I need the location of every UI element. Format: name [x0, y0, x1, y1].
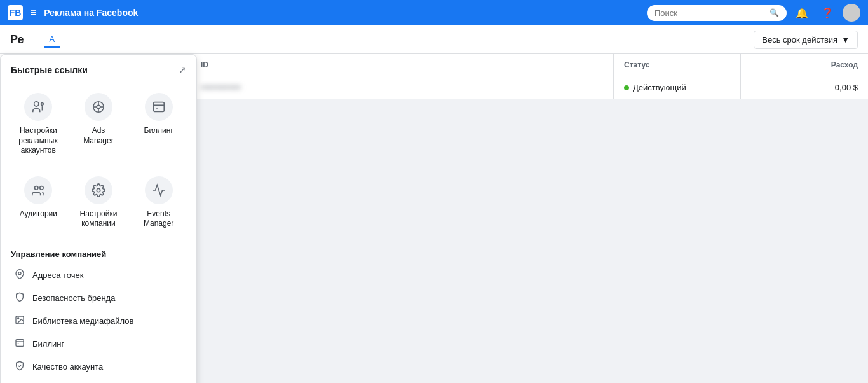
company-settings-icon	[85, 176, 112, 204]
quick-links-title: Быстрые ссылки	[11, 65, 88, 75]
company-management-title: Управление компанией	[11, 249, 186, 259]
menu-item-billing-label: Биллинг	[32, 339, 64, 349]
date-range-button[interactable]: Весь срок действия ▼	[754, 31, 858, 49]
quick-link-company-settings[interactable]: Настройки компании	[71, 169, 126, 237]
ad-settings-label: Настройки рекламных аккаунтов	[16, 126, 61, 156]
page-title: Ре	[10, 33, 34, 46]
notifications-icon[interactable]: 🔔	[792, 4, 812, 22]
events-manager-label: Events Manager	[136, 209, 181, 229]
addresses-icon	[13, 269, 26, 282]
menu-item-brand-safety-label: Безопасность бренда	[32, 293, 115, 303]
hamburger-icon[interactable]: ≡	[28, 4, 39, 21]
svg-point-16	[18, 318, 19, 319]
audiences-icon	[24, 176, 52, 204]
top-nav-right: 🔍 🔔 ❓	[647, 4, 860, 22]
menu-item-account-quality-label: Качество аккаунта	[32, 362, 103, 372]
chevron-down-icon: ▼	[841, 35, 850, 45]
company-management-list: Адреса точек Безопасность бренда Библ	[11, 264, 186, 379]
svg-point-0	[34, 102, 39, 106]
row-id-value: •••••••••••••••	[201, 83, 241, 92]
svg-point-11	[35, 186, 39, 190]
quick-links-grid: Настройки рекламных аккаунтов Ads Manage…	[11, 85, 186, 237]
quick-link-ads-manager[interactable]: Ads Manager	[71, 85, 126, 164]
quick-link-billing[interactable]: Биллинг	[131, 85, 186, 164]
top-navigation: FB ≡ Реклама на Facebook 🔍 🔔 ❓	[0, 0, 868, 25]
sub-nav-right: Весь срок действия ▼	[754, 31, 858, 49]
quick-link-audiences[interactable]: Аудитории	[11, 169, 66, 237]
help-icon[interactable]: ❓	[817, 4, 837, 22]
svg-point-13	[97, 188, 100, 192]
dropdown-header: Быстрые ссылки ⤢	[11, 65, 186, 75]
top-nav-left: FB ≡ Реклама на Facebook	[8, 4, 647, 21]
ad-settings-icon	[24, 93, 52, 121]
status-dot-active	[624, 85, 629, 90]
menu-item-brand-safety[interactable]: Безопасность бренда	[11, 287, 186, 310]
nav-title: Реклама на Facebook	[44, 8, 138, 18]
search-box[interactable]: 🔍	[647, 5, 787, 21]
menu-item-account-quality[interactable]: Качество аккаунта	[11, 356, 186, 379]
search-input[interactable]	[654, 8, 770, 18]
tab-accounts[interactable]: А	[44, 32, 60, 48]
company-settings-label: Настройки компании	[76, 209, 121, 229]
status-label: Действующий	[633, 83, 686, 92]
col-status: Статус	[614, 54, 741, 76]
svg-point-14	[18, 272, 21, 275]
brand-safety-icon	[13, 292, 26, 305]
sub-navigation: Ре А Весь срок действия ▼ Быстрые ссылки…	[0, 25, 868, 54]
menu-item-addresses[interactable]: Адреса точек	[11, 264, 186, 287]
billing2-icon	[13, 338, 26, 351]
menu-item-media-library-label: Библиотека медиафайлов	[32, 316, 133, 326]
row-id: •••••••••••••••	[191, 76, 614, 99]
avatar[interactable]	[843, 4, 860, 22]
svg-point-1	[41, 103, 44, 106]
menu-item-media-library[interactable]: Библиотека медиафайлов	[11, 310, 186, 333]
svg-point-12	[40, 186, 44, 190]
row-spend: 0,00 $	[741, 76, 868, 99]
media-library-icon	[13, 315, 26, 328]
search-icon: 🔍	[770, 8, 779, 17]
svg-rect-17	[16, 340, 24, 347]
quick-link-events-manager[interactable]: Events Manager	[131, 169, 186, 237]
menu-item-addresses-label: Адреса точек	[32, 270, 84, 280]
billing-icon	[145, 93, 173, 121]
account-quality-icon	[13, 361, 26, 373]
fb-logo: FB	[8, 5, 23, 20]
expand-icon[interactable]: ⤢	[179, 65, 186, 75]
status-badge: Действующий	[624, 83, 730, 92]
quick-link-ad-settings[interactable]: Настройки рекламных аккаунтов	[11, 85, 66, 164]
quick-links-panel: Быстрые ссылки ⤢ Настройки рекламных акк…	[0, 54, 197, 383]
date-range-label: Весь срок действия	[762, 35, 837, 45]
ads-manager-icon	[85, 93, 112, 121]
svg-point-3	[97, 105, 100, 109]
billing-label: Биллинг	[144, 126, 173, 136]
ads-manager-label: Ads Manager	[76, 126, 121, 146]
audiences-label: Аудитории	[20, 209, 57, 219]
svg-rect-8	[153, 102, 164, 112]
col-id: ID	[191, 54, 614, 76]
col-spend: Расход	[741, 54, 868, 76]
row-status: Действующий	[614, 76, 741, 99]
menu-item-billing[interactable]: Биллинг	[11, 333, 186, 356]
events-manager-icon	[145, 176, 173, 204]
